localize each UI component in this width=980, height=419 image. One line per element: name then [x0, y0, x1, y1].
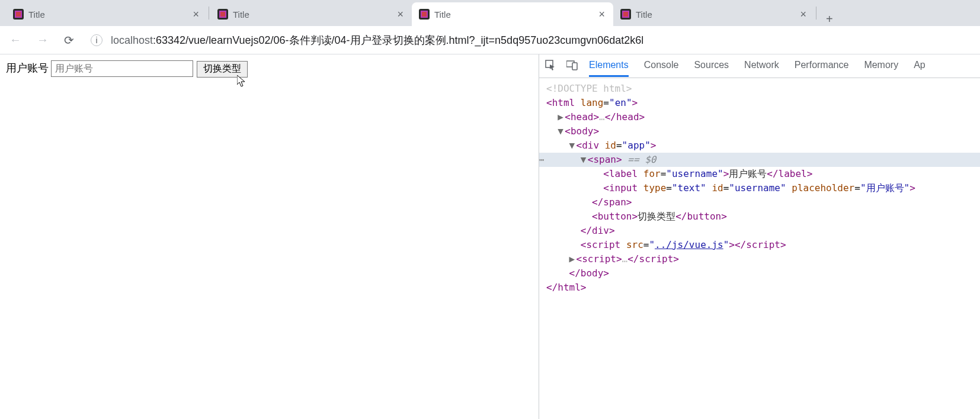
dom-node[interactable]: ▼<div id="app">: [539, 138, 980, 153]
cursor-icon: [237, 75, 248, 92]
close-icon[interactable]: ×: [597, 7, 606, 22]
devtools-tabs: Elements Console Sources Network Perform…: [589, 55, 925, 77]
username-label: 用户账号: [6, 62, 49, 74]
username-input[interactable]: [51, 60, 193, 77]
browser-tab[interactable]: Title ×: [6, 2, 207, 26]
svg-rect-2: [16, 12, 21, 17]
tab-memory[interactable]: Memory: [864, 55, 898, 77]
tab-elements[interactable]: Elements: [589, 55, 629, 77]
devtools-panel: Elements Console Sources Network Perform…: [539, 54, 980, 419]
tab-title: Title: [434, 9, 593, 20]
devtools-toolbar: Elements Console Sources Network Perform…: [539, 54, 980, 78]
tab-console[interactable]: Console: [644, 55, 679, 77]
browser-tab[interactable]: Title ×: [613, 2, 815, 26]
tab-favicon-icon: [419, 9, 430, 20]
inspect-icon[interactable]: [545, 60, 556, 73]
dom-node[interactable]: </div>: [539, 224, 980, 238]
reload-icon[interactable]: ⟳: [60, 31, 78, 50]
dom-node[interactable]: <!DOCTYPE html>: [539, 82, 980, 96]
dom-node[interactable]: ▼<body>: [539, 124, 980, 138]
close-icon[interactable]: ×: [396, 7, 405, 22]
svg-rect-5: [220, 12, 225, 17]
dom-node[interactable]: <label for="username">用户账号</label>: [539, 167, 980, 181]
tab-favicon-icon: [620, 9, 631, 20]
back-icon[interactable]: ←: [6, 31, 25, 49]
close-icon[interactable]: ×: [191, 7, 200, 22]
dom-node[interactable]: <html lang="en">: [539, 96, 980, 110]
url-display[interactable]: localhost:63342/vue/learnVuejs02/06-条件判读…: [111, 33, 643, 47]
forward-icon[interactable]: →: [33, 31, 52, 49]
tab-title: Title: [233, 9, 391, 20]
page-viewport: 用户账号切换类型: [0, 54, 539, 419]
tab-bar: Title × Title × Title × Title × +: [0, 0, 980, 26]
close-icon[interactable]: ×: [799, 7, 808, 22]
tab-application[interactable]: Ap: [914, 55, 925, 77]
dom-node[interactable]: </span>: [539, 195, 980, 210]
tab-network[interactable]: Network: [744, 55, 779, 77]
tab-separator: [209, 7, 209, 20]
new-tab-button[interactable]: +: [818, 12, 841, 26]
dom-node[interactable]: <input type="text" id="username" placeho…: [539, 181, 980, 195]
tab-favicon-icon: [13, 9, 24, 20]
tab-sources[interactable]: Sources: [694, 55, 729, 77]
svg-rect-11: [623, 12, 628, 17]
tab-favicon-icon: [217, 9, 228, 20]
device-toggle-icon[interactable]: [566, 60, 578, 73]
dom-node[interactable]: ▶<head>…</head>: [539, 110, 980, 124]
dom-node[interactable]: <button>切换类型</button>: [539, 210, 980, 224]
svg-rect-14: [572, 63, 577, 70]
browser-tab[interactable]: Title ×: [210, 2, 412, 26]
browser-tab-active[interactable]: Title ×: [412, 2, 613, 26]
tab-separator: [816, 7, 816, 20]
tab-title: Title: [28, 9, 187, 20]
address-bar: ← → ⟳ i localhost:63342/vue/learnVuejs02…: [0, 26, 980, 54]
svg-rect-8: [422, 12, 427, 17]
toggle-type-button[interactable]: 切换类型: [197, 61, 248, 78]
tab-performance[interactable]: Performance: [795, 55, 849, 77]
dom-node[interactable]: </body>: [539, 266, 980, 281]
dom-tree[interactable]: <!DOCTYPE html> <html lang="en"> ▶<head>…: [539, 78, 980, 419]
dom-node[interactable]: </html>: [539, 281, 980, 295]
dom-node[interactable]: ▶<script>…</script>: [539, 252, 980, 266]
dom-node-selected[interactable]: ▼<span> == $0: [539, 153, 980, 167]
dom-node[interactable]: <script src="../js/vue.js"></script>: [539, 238, 980, 252]
tab-title: Title: [636, 9, 794, 20]
site-info-icon[interactable]: i: [91, 34, 103, 46]
